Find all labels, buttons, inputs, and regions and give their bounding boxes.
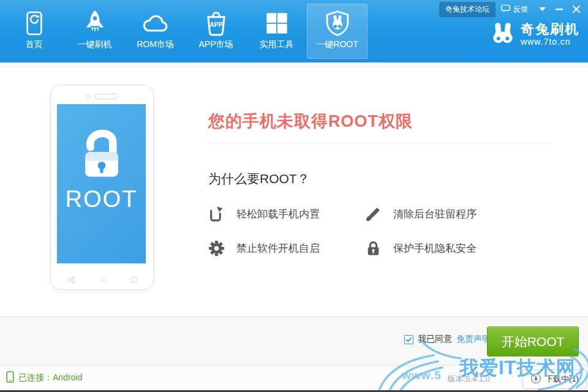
minimize-button[interactable]	[551, 2, 568, 16]
four-squares-icon	[265, 9, 289, 37]
version-label: 版本:5.4.1.0	[448, 374, 490, 385]
disclaimer-link[interactable]: 免责声明	[456, 334, 491, 345]
feedback-label: 反馈	[513, 4, 528, 15]
page-title: 您的手机未取得ROOT权限	[208, 110, 552, 132]
agree-row: 我已同意 免责声明	[404, 334, 491, 345]
feature-label: 清除后台驻留程序	[393, 207, 477, 221]
main-content: ROOT ◁ ○ □ 您的手机未取得ROOT权限 为什么要ROOT？	[0, 62, 588, 317]
download-icon	[530, 373, 541, 386]
phone-screen: ROOT	[57, 104, 146, 263]
screen-root-label: ROOT	[66, 186, 138, 213]
speech-bubble-icon	[501, 4, 510, 15]
app-bag-icon-label: APP	[209, 21, 222, 28]
shield-rabbit-icon	[325, 9, 350, 37]
info-panel: 您的手机未取得ROOT权限 为什么要ROOT？ 轻松卸载手机内置	[208, 62, 552, 257]
brand-url: www.7to.cn	[521, 37, 579, 47]
feature-autostart: 禁止软件开机自启	[208, 240, 365, 257]
app-window: 首页 一键刷机	[0, 0, 588, 392]
lock-icon	[365, 240, 382, 257]
tab-label: APP市场	[198, 39, 233, 50]
shopping-bag-icon: APP	[204, 9, 228, 37]
android-nav-row: ◁ ○ □	[55, 274, 149, 284]
brand-logo: 奇兔刷机 www.7to.cn	[491, 22, 579, 47]
tab-tools[interactable]: 实用工具	[246, 4, 307, 59]
tab-label: 首页	[26, 39, 43, 50]
feature-grid: 轻松卸载手机内置 清除后台驻留程序	[208, 206, 552, 257]
brand-name: 奇兔刷机	[521, 22, 579, 37]
phone-speaker-bar	[95, 94, 118, 99]
action-bar: 我已同意 免责声明 开始ROOT	[0, 317, 588, 366]
back-icon: ◁	[67, 274, 74, 284]
agree-label: 我已同意	[418, 334, 452, 345]
checkmark-icon	[405, 336, 412, 343]
feature-label: 轻松卸载手机内置	[236, 207, 320, 221]
minimize-icon	[556, 9, 563, 10]
tab-label: 一键ROOT	[316, 39, 358, 50]
feature-privacy: 保护手机隐私安全	[365, 240, 552, 257]
recents-icon: □	[131, 274, 136, 284]
tab-home[interactable]: 首页	[4, 4, 64, 59]
feature-label: 禁止软件开机自启	[236, 241, 320, 255]
cloud-icon	[141, 9, 170, 37]
connection-status: 已连接：Android	[6, 371, 82, 385]
header: 首页 一键刷机	[0, 0, 588, 62]
gear-icon	[208, 240, 225, 257]
rocket-icon	[84, 9, 106, 37]
rabbit-logo-icon	[491, 23, 514, 46]
phone-connected-icon	[6, 371, 14, 385]
agree-checkbox[interactable]	[404, 335, 413, 344]
brush-icon	[365, 206, 382, 222]
divider	[208, 143, 551, 143]
status-bar: 已连接：Android 版本:5.4.1.0 下载中(1)	[0, 366, 588, 390]
forum-button[interactable]: 奇兔技术论坛	[439, 2, 496, 17]
close-button[interactable]	[568, 2, 585, 16]
chevron-down-icon	[539, 7, 546, 11]
home-icon: ○	[100, 274, 105, 284]
connection-label: 已连接：Android	[18, 372, 82, 383]
section-heading: 为什么要ROOT？	[208, 170, 552, 187]
feature-label: 保护手机隐私安全	[393, 241, 477, 255]
uninstall-icon	[208, 206, 225, 222]
tab-label: ROM市场	[137, 39, 174, 50]
close-icon	[573, 6, 580, 13]
feature-clean: 清除后台驻留程序	[365, 206, 552, 222]
feedback-button[interactable]: 反馈	[496, 2, 533, 17]
phone-refresh-icon	[24, 9, 44, 37]
menu-caret-button[interactable]	[533, 2, 551, 16]
tab-label: 一键刷机	[78, 39, 112, 50]
download-label: 下载中(1)	[545, 374, 579, 385]
titlebar: 奇兔技术论坛 反馈	[439, 2, 585, 16]
open-padlock-icon	[71, 123, 132, 186]
start-root-button[interactable]: 开始ROOT	[487, 326, 579, 356]
tab-rom-market[interactable]: ROM市场	[125, 4, 186, 59]
tab-label: 实用工具	[260, 39, 294, 50]
tab-one-key-root[interactable]: 一键ROOT	[307, 4, 368, 59]
download-status-button[interactable]: 下载中(1)	[522, 369, 587, 389]
tab-flash[interactable]: 一键刷机	[64, 4, 125, 59]
tab-app-market[interactable]: APP APP市场	[186, 4, 246, 59]
nav-tabs: 首页 一键刷机	[4, 4, 368, 59]
phone-camera-dot	[86, 94, 91, 99]
feature-uninstall: 轻松卸载手机内置	[208, 206, 365, 222]
phone-illustration: ROOT ◁ ○ □	[50, 85, 154, 290]
